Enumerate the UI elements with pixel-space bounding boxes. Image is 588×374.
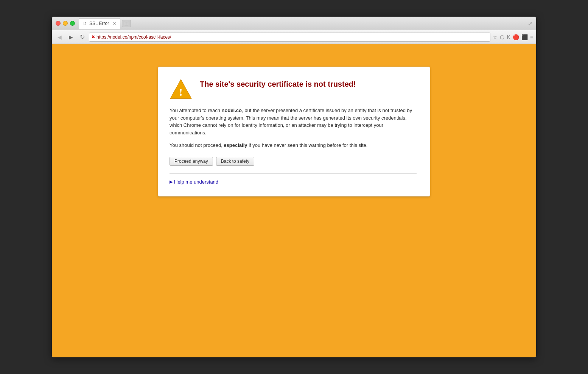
back-button[interactable]: ◀ xyxy=(55,33,64,42)
address-bar[interactable]: ✖ https://nodei.co/npm/cool-ascii-faces/ xyxy=(89,33,490,42)
ssl-error-icon: ✖ xyxy=(92,34,95,39)
traffic-lights xyxy=(56,21,75,26)
maximize-button[interactable] xyxy=(70,21,75,26)
keychain-icon[interactable]: K xyxy=(507,34,510,40)
emphasis-text: especially xyxy=(224,142,247,148)
back-to-safety-button[interactable]: Back to safety xyxy=(216,157,254,166)
help-link[interactable]: ▶ Help me understand xyxy=(170,179,417,185)
active-tab[interactable]: 🗋 SSL Error ✕ xyxy=(79,18,120,29)
pocket-icon[interactable]: ⬡ xyxy=(500,34,504,40)
extension-icon[interactable]: ⬛ xyxy=(521,34,528,40)
reload-button[interactable]: ↻ xyxy=(78,33,87,42)
resize-icon[interactable]: ⤢ xyxy=(528,20,532,26)
address-text: https://nodei.co/npm/cool-ascii-faces/ xyxy=(96,34,171,40)
error-title: The site's security certificate is not t… xyxy=(200,80,356,89)
nav-bar: ◀ ▶ ↻ ✖ https://nodei.co/npm/cool-ascii-… xyxy=(52,30,536,44)
forward-icon: ▶ xyxy=(69,34,73,40)
divider xyxy=(170,173,417,174)
warning-triangle-svg: ! xyxy=(170,78,192,100)
error-para-1: You attempted to reach nodei.co, but the… xyxy=(170,107,417,136)
tab-page-icon: 🗋 xyxy=(83,21,87,26)
reload-icon: ↻ xyxy=(80,33,85,41)
proceed-anyway-button[interactable]: Proceed anyway xyxy=(170,157,213,166)
nav-icons: ☆ ⬡ K 🔴 ⬛ ≡ xyxy=(493,34,533,40)
error-para-2: You should not proceed, especially if yo… xyxy=(170,142,417,149)
browser-window: 🗋 SSL Error ✕ □ ⤢ ◀ ▶ ↻ ✖ https://nodei.… xyxy=(52,17,536,357)
tab-close-icon[interactable]: ✕ xyxy=(113,21,116,26)
error-body: You attempted to reach nodei.co, but the… xyxy=(170,107,417,149)
help-link-text: Help me understand xyxy=(174,179,218,185)
error-card: ! The site's security certificate is not… xyxy=(158,67,430,196)
page-content: ! The site's security certificate is not… xyxy=(52,44,536,357)
menu-icon[interactable]: ≡ xyxy=(530,34,533,40)
bookmark-icon[interactable]: ☆ xyxy=(493,34,498,40)
buttons-row: Proceed anyway Back to safety xyxy=(170,157,417,166)
back-icon: ◀ xyxy=(58,34,62,40)
tab-bar: 🗋 SSL Error ✕ □ xyxy=(79,18,528,29)
stop-icon[interactable]: 🔴 xyxy=(513,34,519,40)
error-header: ! The site's security certificate is not… xyxy=(170,78,417,99)
chevron-right-icon: ▶ xyxy=(170,179,173,184)
warning-icon: ! xyxy=(170,78,192,99)
tab-label: SSL Error xyxy=(89,21,109,26)
forward-button[interactable]: ▶ xyxy=(66,33,75,42)
new-tab-button[interactable]: □ xyxy=(122,20,131,27)
minimize-button[interactable] xyxy=(63,21,68,26)
site-name: nodei.co xyxy=(222,108,242,113)
title-bar: 🗋 SSL Error ✕ □ ⤢ xyxy=(52,17,536,30)
svg-text:!: ! xyxy=(179,86,182,98)
close-button[interactable] xyxy=(56,21,61,26)
new-tab-icon: □ xyxy=(125,20,128,26)
